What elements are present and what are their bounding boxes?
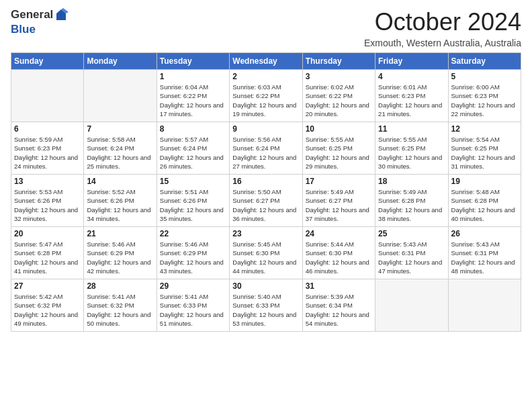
day-number: 6: [14, 124, 81, 134]
cell-w5-d4: 30Sunrise: 5:40 AM Sunset: 6:33 PM Dayli…: [230, 279, 302, 332]
cell-w4-d5: 24Sunrise: 5:44 AM Sunset: 6:30 PM Dayli…: [302, 227, 375, 279]
day-info: Sunrise: 6:02 AM Sunset: 6:22 PM Dayligh…: [306, 83, 372, 118]
day-info: Sunrise: 5:40 AM Sunset: 6:33 PM Dayligh…: [232, 292, 299, 328]
day-number: 20: [14, 229, 81, 238]
day-info: Sunrise: 6:01 AM Sunset: 6:23 PM Dayligh…: [378, 83, 445, 118]
logo-blue: Blue: [11, 23, 69, 36]
day-info: Sunrise: 5:45 AM Sunset: 6:30 PM Dayligh…: [232, 240, 299, 275]
col-thursday: Thursday: [302, 53, 375, 70]
day-info: Sunrise: 5:59 AM Sunset: 6:23 PM Dayligh…: [14, 135, 81, 171]
day-number: 21: [87, 229, 153, 238]
calendar-header-row: Sunday Monday Tuesday Wednesday Thursday…: [11, 53, 521, 70]
day-number: 10: [306, 124, 372, 134]
cell-w4-d3: 22Sunrise: 5:46 AM Sunset: 6:29 PM Dayli…: [157, 227, 229, 279]
day-info: Sunrise: 5:58 AM Sunset: 6:24 PM Dayligh…: [87, 135, 153, 171]
day-number: 27: [14, 281, 81, 291]
day-info: Sunrise: 5:43 AM Sunset: 6:31 PM Dayligh…: [378, 240, 445, 275]
day-number: 29: [160, 281, 226, 291]
cell-w4-d4: 23Sunrise: 5:45 AM Sunset: 6:30 PM Dayli…: [230, 227, 302, 279]
header: General Blue October 2024 Exmouth, Weste…: [11, 8, 521, 48]
day-info: Sunrise: 5:42 AM Sunset: 6:32 PM Dayligh…: [14, 292, 81, 328]
day-info: Sunrise: 5:44 AM Sunset: 6:30 PM Dayligh…: [306, 240, 372, 275]
day-info: Sunrise: 5:57 AM Sunset: 6:24 PM Dayligh…: [160, 135, 226, 171]
cell-w2-d5: 10Sunrise: 5:55 AM Sunset: 6:25 PM Dayli…: [302, 122, 375, 175]
day-info: Sunrise: 5:46 AM Sunset: 6:29 PM Dayligh…: [87, 240, 153, 275]
cell-w2-d6: 11Sunrise: 5:55 AM Sunset: 6:25 PM Dayli…: [375, 122, 448, 175]
day-info: Sunrise: 5:52 AM Sunset: 6:26 PM Dayligh…: [87, 187, 153, 223]
day-number: 22: [160, 229, 226, 238]
week-row-4: 20Sunrise: 5:47 AM Sunset: 6:28 PM Dayli…: [11, 227, 521, 279]
cell-w1-d5: 3Sunrise: 6:02 AM Sunset: 6:22 PM Daylig…: [302, 70, 375, 122]
day-number: 2: [232, 72, 299, 81]
day-number: 4: [378, 72, 445, 81]
day-info: Sunrise: 5:50 AM Sunset: 6:27 PM Dayligh…: [232, 187, 299, 223]
cell-w3-d3: 15Sunrise: 5:51 AM Sunset: 6:26 PM Dayli…: [157, 175, 229, 227]
month-title: October 2024: [364, 8, 521, 36]
week-row-3: 13Sunrise: 5:53 AM Sunset: 6:26 PM Dayli…: [11, 175, 521, 227]
week-row-5: 27Sunrise: 5:42 AM Sunset: 6:32 PM Dayli…: [11, 279, 521, 332]
logo-icon: [54, 8, 69, 23]
day-number: 30: [232, 281, 299, 291]
cell-w1-d1: [11, 70, 84, 122]
cell-w3-d7: 19Sunrise: 5:48 AM Sunset: 6:28 PM Dayli…: [448, 175, 521, 227]
col-saturday: Saturday: [448, 53, 521, 70]
day-info: Sunrise: 5:55 AM Sunset: 6:25 PM Dayligh…: [378, 135, 445, 171]
day-info: Sunrise: 5:47 AM Sunset: 6:28 PM Dayligh…: [14, 240, 81, 275]
day-info: Sunrise: 5:46 AM Sunset: 6:29 PM Dayligh…: [160, 240, 226, 275]
day-info: Sunrise: 5:56 AM Sunset: 6:24 PM Dayligh…: [232, 135, 299, 171]
day-number: 7: [87, 124, 153, 134]
cell-w1-d3: 1Sunrise: 6:04 AM Sunset: 6:22 PM Daylig…: [157, 70, 229, 122]
day-number: 16: [232, 177, 299, 186]
day-info: Sunrise: 5:49 AM Sunset: 6:27 PM Dayligh…: [306, 187, 372, 223]
title-block: October 2024 Exmouth, Western Australia,…: [364, 8, 521, 48]
day-info: Sunrise: 5:53 AM Sunset: 6:26 PM Dayligh…: [14, 187, 81, 223]
day-info: Sunrise: 6:04 AM Sunset: 6:22 PM Dayligh…: [160, 83, 226, 118]
day-number: 26: [451, 229, 518, 238]
day-number: 25: [378, 229, 445, 238]
cell-w1-d2: [84, 70, 157, 122]
cell-w3-d4: 16Sunrise: 5:50 AM Sunset: 6:27 PM Dayli…: [230, 175, 302, 227]
cell-w3-d6: 18Sunrise: 5:49 AM Sunset: 6:28 PM Dayli…: [375, 175, 448, 227]
day-info: Sunrise: 5:43 AM Sunset: 6:31 PM Dayligh…: [451, 240, 518, 275]
cell-w3-d5: 17Sunrise: 5:49 AM Sunset: 6:27 PM Dayli…: [302, 175, 375, 227]
logo: General Blue: [11, 8, 69, 36]
cell-w5-d5: 31Sunrise: 5:39 AM Sunset: 6:34 PM Dayli…: [302, 279, 375, 332]
day-number: 24: [306, 229, 372, 238]
day-number: 9: [232, 124, 299, 134]
cell-w3-d2: 14Sunrise: 5:52 AM Sunset: 6:26 PM Dayli…: [84, 175, 157, 227]
day-number: 23: [232, 229, 299, 238]
cell-w1-d4: 2Sunrise: 6:03 AM Sunset: 6:22 PM Daylig…: [230, 70, 302, 122]
week-row-2: 6Sunrise: 5:59 AM Sunset: 6:23 PM Daylig…: [11, 122, 521, 175]
col-sunday: Sunday: [11, 53, 84, 70]
day-number: 15: [160, 177, 226, 186]
col-friday: Friday: [375, 53, 448, 70]
day-number: 18: [378, 177, 445, 186]
cell-w5-d6: [375, 279, 448, 332]
day-info: Sunrise: 5:54 AM Sunset: 6:25 PM Dayligh…: [451, 135, 518, 171]
day-info: Sunrise: 5:51 AM Sunset: 6:26 PM Dayligh…: [160, 187, 226, 223]
day-number: 1: [160, 72, 226, 81]
cell-w3-d1: 13Sunrise: 5:53 AM Sunset: 6:26 PM Dayli…: [11, 175, 84, 227]
day-info: Sunrise: 6:03 AM Sunset: 6:22 PM Dayligh…: [232, 83, 299, 118]
col-tuesday: Tuesday: [157, 53, 229, 70]
day-info: Sunrise: 5:41 AM Sunset: 6:32 PM Dayligh…: [87, 292, 153, 328]
cell-w2-d4: 9Sunrise: 5:56 AM Sunset: 6:24 PM Daylig…: [230, 122, 302, 175]
day-number: 31: [306, 281, 372, 291]
col-monday: Monday: [84, 53, 157, 70]
logo-general: General: [11, 8, 53, 21]
cell-w4-d1: 20Sunrise: 5:47 AM Sunset: 6:28 PM Dayli…: [11, 227, 84, 279]
day-number: 13: [14, 177, 81, 186]
cell-w2-d3: 8Sunrise: 5:57 AM Sunset: 6:24 PM Daylig…: [157, 122, 229, 175]
day-number: 19: [451, 177, 518, 186]
day-info: Sunrise: 6:00 AM Sunset: 6:23 PM Dayligh…: [451, 83, 518, 118]
day-info: Sunrise: 5:39 AM Sunset: 6:34 PM Dayligh…: [306, 292, 372, 328]
cell-w1-d7: 5Sunrise: 6:00 AM Sunset: 6:23 PM Daylig…: [448, 70, 521, 122]
page: General Blue October 2024 Exmouth, Weste…: [0, 0, 532, 411]
col-wednesday: Wednesday: [230, 53, 302, 70]
cell-w2-d2: 7Sunrise: 5:58 AM Sunset: 6:24 PM Daylig…: [84, 122, 157, 175]
day-info: Sunrise: 5:48 AM Sunset: 6:28 PM Dayligh…: [451, 187, 518, 223]
cell-w5-d3: 29Sunrise: 5:41 AM Sunset: 6:33 PM Dayli…: [157, 279, 229, 332]
day-info: Sunrise: 5:49 AM Sunset: 6:28 PM Dayligh…: [378, 187, 445, 223]
day-number: 14: [87, 177, 153, 186]
day-number: 17: [306, 177, 372, 186]
